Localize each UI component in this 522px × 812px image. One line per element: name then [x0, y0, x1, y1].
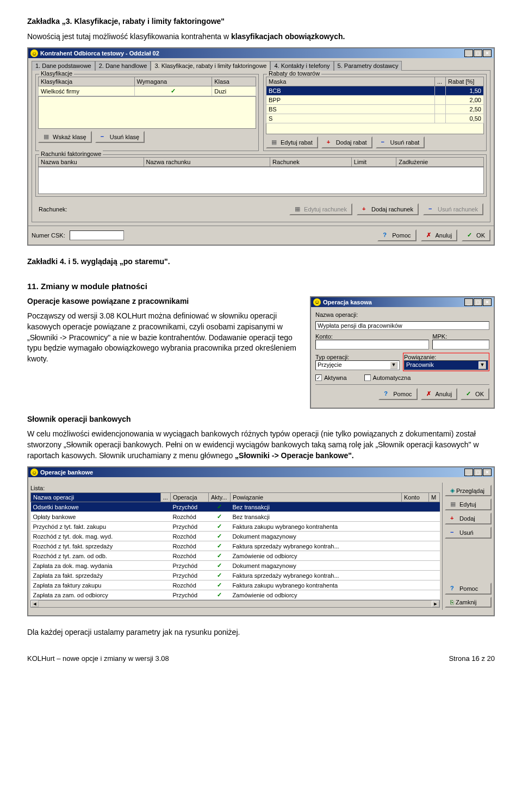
dodaj-rabat-button[interactable]: Dodaj rabat: [321, 136, 372, 148]
list-edytuj-button[interactable]: Edytuj: [445, 498, 492, 510]
col-nazwa-banku[interactable]: Nazwa banku: [39, 158, 144, 167]
table-row[interactable]: BPP2,00: [266, 96, 484, 105]
dialog-titlebar[interactable]: ☺ Operacja kasowa _ □ ×: [311, 297, 494, 307]
konto-input[interactable]: [315, 340, 429, 349]
automatyczna-checkbox[interactable]: Automatyczna: [364, 374, 411, 381]
usun-rachunek-button[interactable]: Usuń rachunek: [423, 203, 483, 215]
tab-kontakty[interactable]: 4. Kontakty i telefony: [270, 61, 333, 71]
table-row[interactable]: Wielkość firmy ✓ Duzi: [39, 86, 256, 96]
remove-icon: [381, 139, 389, 146]
pomoc-button[interactable]: Pomoc: [377, 229, 416, 241]
table-row[interactable]: Rozchód z tyt. dok. mag. wyd.Rozchód✓Dok…: [31, 532, 440, 541]
wskaz-klase-button[interactable]: Wskaż klasę: [38, 131, 92, 143]
col-konto[interactable]: Konto: [402, 493, 429, 502]
col-zadluzenie[interactable]: Zadłużenie: [396, 158, 484, 167]
col-operacja[interactable]: Operacja: [170, 493, 208, 502]
table-row[interactable]: Zapłata za fakt. sprzedażyPrzychód✓Faktu…: [31, 571, 440, 580]
footer-right: Strona 16 z 20: [449, 654, 495, 663]
table-row[interactable]: Zapłata za zam. od odbiorcyPrzychód✓Zamó…: [31, 590, 440, 600]
edytuj-rachunek-button[interactable]: Edytuj rachunek: [289, 203, 352, 215]
group-title-faktoring: Rachunki faktoringowe: [39, 151, 103, 157]
maximize-button[interactable]: □: [474, 469, 482, 476]
col-powiazanie[interactable]: Powiązanie: [230, 493, 401, 502]
col-nazwa-rachunku[interactable]: Nazwa rachunku: [144, 158, 270, 167]
col-dots[interactable]: ...: [435, 77, 446, 86]
tab-parametry[interactable]: 5. Parametry dostawcy: [334, 61, 402, 71]
edytuj-rabat-button[interactable]: Edytuj rabat: [266, 136, 318, 148]
help-icon: [383, 232, 390, 239]
close-button[interactable]: ×: [483, 469, 492, 476]
col-rabat[interactable]: Rabat [%]: [446, 77, 484, 86]
dialog-title: Operacja kasowa: [323, 299, 462, 305]
table-row[interactable]: Zapłata za faktury zakupuRozchód✓Faktura…: [31, 580, 440, 590]
remove-icon: [450, 529, 458, 536]
table-row[interactable]: BS2,50: [266, 105, 484, 114]
nazwa-operacji-input[interactable]: [315, 321, 489, 330]
tab-klasyfikacje[interactable]: 3. Klasyfikacje, rabaty i limity faktori…: [151, 61, 270, 71]
table-row[interactable]: Odsetki bankowePrzychód✓Bez transakcji: [31, 502, 440, 512]
horizontal-scrollbar[interactable]: ◄►: [30, 600, 440, 608]
help-icon: [384, 390, 391, 398]
table-row[interactable]: Rozchód z tyt. zam. od odb.Rozchód✓Zamów…: [31, 551, 440, 561]
tab-dane-podstawowe[interactable]: 1. Dane podstawowe: [32, 61, 95, 71]
closing-para: Dla każdej operacji ustalamy parametry j…: [27, 627, 495, 638]
col-m[interactable]: M: [429, 493, 440, 502]
powiazanie-select[interactable]: Pracownik▼: [404, 360, 488, 370]
operacje-bankowe-grid[interactable]: Nazwa operacji ... Operacja Akty... Powi…: [30, 492, 440, 600]
dlg-ok-button[interactable]: OK: [461, 388, 489, 400]
maximize-button[interactable]: □: [474, 49, 482, 57]
add-icon: [450, 515, 458, 522]
col-rachunek[interactable]: Rachunek: [270, 158, 352, 167]
zamknij-button[interactable]: ⎘Zamknij: [445, 597, 492, 608]
minimize-button[interactable]: _: [464, 469, 473, 476]
scroll-right-icon[interactable]: ►: [432, 601, 439, 607]
przegladaj-button[interactable]: ◈Przeglądaj: [445, 485, 492, 496]
faktoring-grid[interactable]: Nazwa banku Nazwa rachunku Rachunek Limi…: [38, 157, 484, 167]
group-klasyfikacje: Klasyfikacje Klasyfikacja Wymagana Klasa…: [35, 74, 259, 151]
anuluj-button[interactable]: Anuluj: [421, 229, 458, 241]
col-nazwa-operacji[interactable]: Nazwa operacji: [31, 493, 161, 502]
col-dots[interactable]: ...: [160, 493, 170, 502]
usun-rabat-button[interactable]: Usuń rabat: [376, 136, 425, 148]
aktywna-checkbox[interactable]: ✓Aktywna: [315, 374, 347, 381]
usun-klase-button[interactable]: Usuń klasę: [95, 131, 145, 143]
close-button[interactable]: ×: [483, 298, 492, 306]
table-row[interactable]: BCB1,50: [266, 86, 484, 96]
dodaj-rachunek-button[interactable]: Dodaj rachunek: [357, 203, 419, 215]
minimize-button[interactable]: _: [464, 298, 473, 306]
col-klasa[interactable]: Klasa: [212, 77, 256, 86]
col-wymagana[interactable]: Wymagana: [134, 77, 212, 86]
check-icon: ✓: [217, 582, 222, 588]
klasyfikacje-grid[interactable]: Klasyfikacja Wymagana Klasa Wielkość fir…: [38, 77, 256, 96]
table-row[interactable]: Zapłata za dok. mag. wydaniaPrzychód✓Dok…: [31, 561, 440, 571]
list-dodaj-button[interactable]: Dodaj: [445, 513, 492, 524]
typ-operacji-select[interactable]: Przyjęcie▼: [315, 360, 400, 370]
scroll-left-icon[interactable]: ◄: [31, 601, 39, 607]
chevron-down-icon: ▼: [390, 361, 397, 369]
maximize-button[interactable]: □: [474, 298, 482, 306]
close-door-icon: ⎘: [450, 599, 454, 605]
dlg-pomoc-button[interactable]: Pomoc: [378, 388, 417, 400]
dlg-anuluj-button[interactable]: Anuluj: [421, 388, 458, 400]
titlebar[interactable]: ☺ Kontrahent Odbiorca testowy - Oddział …: [28, 48, 494, 58]
list-titlebar[interactable]: ☺ Operacje bankowe _ □ ×: [28, 467, 494, 477]
group-rabaty: Rabaty do towarów Maska ... Rabat [%] BC…: [263, 74, 487, 151]
col-limit[interactable]: Limit: [351, 158, 396, 167]
table-row[interactable]: Przychód z tyt. fakt. zakupuPrzychód✓Fak…: [31, 522, 440, 532]
table-row[interactable]: Opłaty bankoweRozchód✓Bez transakcji: [31, 512, 440, 522]
table-row[interactable]: S0,50: [266, 114, 484, 123]
col-maska[interactable]: Maska: [266, 77, 435, 86]
csk-input[interactable]: [70, 230, 124, 240]
rabaty-grid[interactable]: Maska ... Rabat [%] BCB1,50 BPP2,00 BS2,…: [266, 77, 484, 123]
list-usun-button[interactable]: Usuń: [445, 527, 492, 539]
col-aktywna[interactable]: Akty...: [208, 493, 230, 502]
table-row[interactable]: Rozchód z tyt. fakt. sprzedażyRozchód✓Fa…: [31, 541, 440, 551]
mpk-input[interactable]: [432, 340, 489, 349]
ok-button[interactable]: OK: [462, 229, 490, 241]
list-pomoc-button[interactable]: Pomoc: [445, 583, 492, 595]
tab-dane-handlowe[interactable]: 2. Dane handlowe: [95, 61, 151, 71]
close-button[interactable]: ×: [483, 49, 492, 57]
check-icon: ✓: [217, 542, 222, 549]
col-klasyfikacja[interactable]: Klasyfikacja: [39, 77, 135, 86]
minimize-button[interactable]: _: [464, 49, 473, 57]
